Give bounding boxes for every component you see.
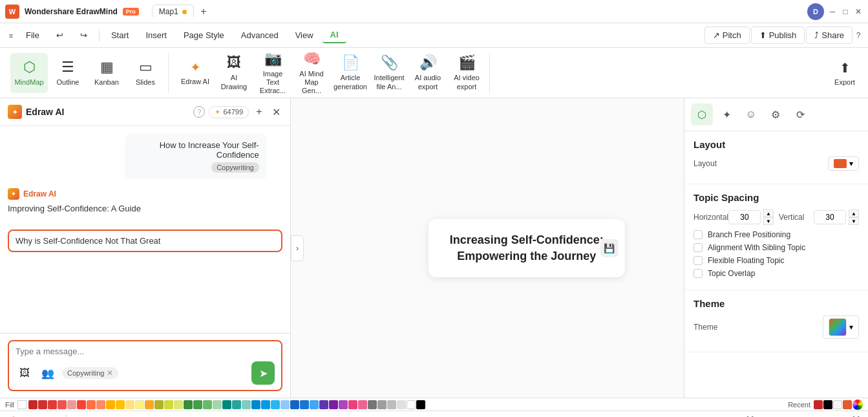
export-button[interactable]: ⬆ Export xyxy=(828,53,862,93)
image-attach-icon[interactable]: 🖼 xyxy=(16,364,34,382)
color-chip-21[interactable] xyxy=(222,400,231,409)
sidebar-collapse-button[interactable]: ≡ xyxy=(5,30,17,41)
color-chip-6[interactable] xyxy=(77,400,86,409)
color-chip-12[interactable] xyxy=(135,400,144,409)
color-chip-27[interactable] xyxy=(281,400,290,409)
menu-view[interactable]: View xyxy=(288,28,321,43)
menu-file[interactable]: File xyxy=(18,28,47,43)
color-chip-41[interactable] xyxy=(416,400,425,409)
menu-page-style[interactable]: Page Style xyxy=(176,28,232,43)
color-chip-30[interactable] xyxy=(310,400,319,409)
menu-redo[interactable]: ↪ xyxy=(72,28,95,43)
color-chip-31[interactable] xyxy=(319,400,328,409)
recent-chip-1[interactable] xyxy=(814,400,823,409)
ai-video-tool[interactable]: 🎬 AI video export xyxy=(448,53,485,93)
vertical-decrement[interactable]: ▼ xyxy=(849,217,859,225)
collapse-panel-button[interactable]: › xyxy=(291,235,304,261)
fill-color-chip[interactable] xyxy=(17,400,26,409)
color-chip-28[interactable] xyxy=(290,400,299,409)
active-input-box[interactable] xyxy=(8,230,282,252)
color-chip-4[interactable] xyxy=(58,400,67,409)
people-icon[interactable]: 👥 xyxy=(39,364,57,382)
ai-drawing-tool[interactable]: 🖼 AI Drawing xyxy=(215,53,253,93)
color-chip-38[interactable] xyxy=(387,400,396,409)
close-button[interactable]: ✕ xyxy=(854,7,863,16)
remove-tag-button[interactable]: ✕ xyxy=(107,369,113,378)
color-chip-25[interactable] xyxy=(261,400,270,409)
canvas-area[interactable]: › Increasing Self-Confidence: Empowering… xyxy=(291,98,684,398)
color-chip-35[interactable] xyxy=(358,400,367,409)
color-chip-11[interactable] xyxy=(125,400,134,409)
color-chip-10[interactable] xyxy=(116,400,125,409)
color-chip-33[interactable] xyxy=(339,400,348,409)
recent-chip-3[interactable] xyxy=(833,400,842,409)
color-chip-3[interactable] xyxy=(48,400,57,409)
ai-mindmap-tool[interactable]: 🧠 AI Mind Map Gen... xyxy=(293,53,330,93)
color-chip-13[interactable] xyxy=(145,400,154,409)
minimize-button[interactable]: ─ xyxy=(828,7,837,16)
theme-dropdown[interactable]: ▾ xyxy=(823,315,859,339)
rp-tab-ai[interactable]: ✦ xyxy=(715,103,737,125)
color-chip-23[interactable] xyxy=(242,400,251,409)
tab-map1[interactable]: Map1 xyxy=(152,5,194,18)
horizontal-increment[interactable]: ▲ xyxy=(763,209,774,217)
color-chip-24[interactable] xyxy=(251,400,260,409)
color-chip-40[interactable] xyxy=(407,400,416,409)
color-chip-37[interactable] xyxy=(377,400,386,409)
color-chip-14[interactable] xyxy=(154,400,164,409)
send-button[interactable]: ➤ xyxy=(251,361,275,385)
color-chip-20[interactable] xyxy=(213,400,222,409)
color-chip-1[interactable] xyxy=(28,400,37,409)
restore-button[interactable]: □ xyxy=(841,7,850,16)
horizontal-decrement[interactable]: ▼ xyxy=(763,217,774,225)
color-chip-34[interactable] xyxy=(348,400,357,409)
recent-chip-2[interactable] xyxy=(823,400,832,409)
color-chip-22[interactable] xyxy=(232,400,241,409)
rp-tab-more[interactable]: ⟳ xyxy=(789,103,811,125)
vertical-input[interactable] xyxy=(814,210,846,224)
color-chip-17[interactable] xyxy=(184,400,193,409)
color-chip-19[interactable] xyxy=(203,400,212,409)
outline-tool[interactable]: ☰ Outline xyxy=(49,53,87,93)
flexible-floating-checkbox[interactable] xyxy=(693,256,703,265)
edraw-ai-tool[interactable]: ✦ Edraw AI xyxy=(176,53,214,93)
rp-tab-emoji[interactable]: ☺ xyxy=(740,103,762,125)
menu-insert[interactable]: Insert xyxy=(138,28,175,43)
menu-advanced[interactable]: Advanced xyxy=(233,28,286,43)
color-chip-18[interactable] xyxy=(193,400,202,409)
color-chip-2[interactable] xyxy=(38,400,47,409)
active-page-tab[interactable]: Page-1 xyxy=(73,415,106,418)
image-text-tool[interactable]: 📷 Image Text Extrac... xyxy=(254,53,291,93)
branch-free-checkbox[interactable] xyxy=(693,230,703,239)
color-picker-button[interactable] xyxy=(852,400,863,410)
active-input-field[interactable] xyxy=(16,236,275,246)
color-chip-32[interactable] xyxy=(329,400,338,409)
color-chip-36[interactable] xyxy=(368,400,377,409)
kanban-tool[interactable]: ▦ Kanban xyxy=(88,53,125,93)
add-conversation-button[interactable]: + xyxy=(253,105,266,118)
color-chip-39[interactable] xyxy=(397,400,406,409)
save-to-topic-icon[interactable]: 💾 xyxy=(600,239,619,257)
color-chip-5[interactable] xyxy=(67,400,76,409)
pitch-button[interactable]: ↗ Pitch xyxy=(704,27,750,44)
help-button[interactable]: ? xyxy=(854,31,863,40)
color-chip-8[interactable] xyxy=(96,400,105,409)
close-ai-panel-button[interactable]: ✕ xyxy=(270,105,282,118)
ai-audio-tool[interactable]: 🔊 AI audio export xyxy=(409,53,447,93)
mindmap-tool[interactable]: ⬡ MindMap xyxy=(10,53,48,93)
color-chip-29[interactable] xyxy=(300,400,309,409)
color-chip-26[interactable] xyxy=(271,400,280,409)
rp-tab-settings[interactable]: ⚙ xyxy=(765,103,787,125)
color-chip-7[interactable] xyxy=(87,400,96,409)
chat-input-field[interactable] xyxy=(16,347,275,356)
add-tab-button[interactable]: + xyxy=(196,5,211,19)
slides-tool[interactable]: ▭ Slides xyxy=(127,53,164,93)
share-button[interactable]: ⤴ Share xyxy=(806,27,852,44)
publish-button[interactable]: ⬆ Publish xyxy=(751,27,805,44)
menu-start[interactable]: Start xyxy=(103,28,136,43)
central-topic[interactable]: Increasing Self-Confidence: Empowering t… xyxy=(429,219,625,277)
vertical-increment[interactable]: ▲ xyxy=(849,209,859,217)
color-chip-9[interactable] xyxy=(106,400,115,409)
menu-undo[interactable]: ↩ xyxy=(48,28,71,43)
intelligent-file-tool[interactable]: 📎 Intelligent file An... xyxy=(370,53,408,93)
